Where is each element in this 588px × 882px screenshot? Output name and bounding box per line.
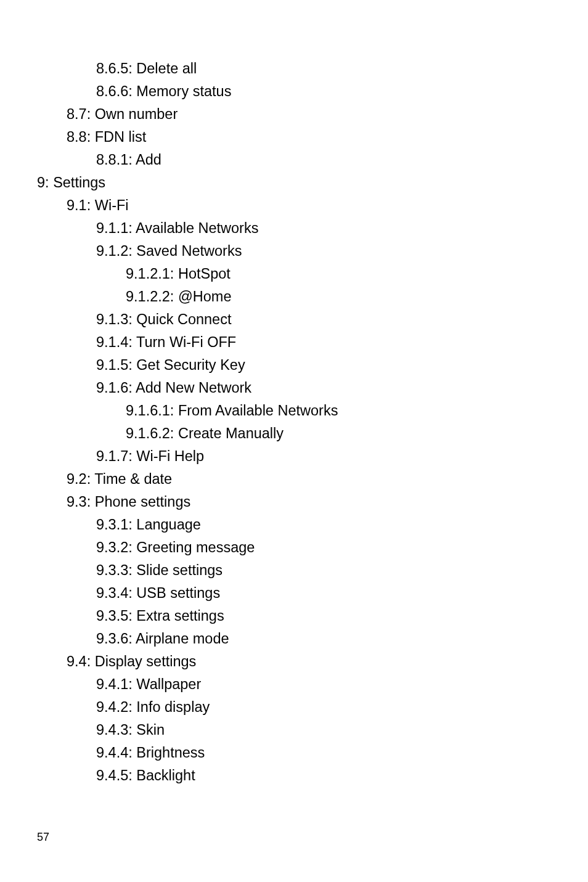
menu-item: 8.8: FDN list — [67, 130, 588, 145]
menu-item: 9.3.5: Extra settings — [96, 609, 588, 624]
menu-item: 9.1.6: Add New Network — [96, 381, 588, 396]
menu-item: 9.1.2.1: HotSpot — [126, 267, 588, 282]
menu-item: 9.3.3: Slide settings — [96, 563, 588, 578]
menu-item: 9.1.1: Available Networks — [96, 221, 588, 236]
menu-item: 9.1.3: Quick Connect — [96, 312, 588, 327]
menu-item: 9.1.5: Get Security Key — [96, 358, 588, 373]
menu-item: 9.3.1: Language — [96, 518, 588, 533]
menu-item: 8.8.1: Add — [96, 153, 588, 168]
menu-item: 9.1.7: Wi-Fi Help — [96, 449, 588, 464]
menu-item: 9.1: Wi-Fi — [67, 198, 588, 213]
menu-item: 9.1.6.1: From Available Networks — [126, 404, 588, 419]
menu-item: 9.1.4: Turn Wi-Fi OFF — [96, 335, 588, 350]
menu-item: 9.4.4: Brightness — [96, 746, 588, 761]
menu-item: 9.1.6.2: Create Manually — [126, 427, 588, 441]
menu-item: 9.3.4: USB settings — [96, 586, 588, 601]
menu-item: 9.3.2: Greeting message — [96, 541, 588, 555]
menu-item: 9.4.3: Skin — [96, 723, 588, 738]
menu-item: 8.7: Own number — [67, 107, 588, 122]
menu-item: 8.6.5: Delete all — [96, 62, 588, 76]
page-number: 57 — [37, 831, 49, 844]
menu-item: 9: Settings — [37, 176, 588, 190]
menu-item: 9.4.2: Info display — [96, 700, 588, 715]
menu-item: 8.6.6: Memory status — [96, 84, 588, 99]
menu-item: 9.4.1: Wallpaper — [96, 677, 588, 692]
menu-item: 9.2: Time & date — [67, 472, 588, 487]
menu-item: 9.4: Display settings — [67, 655, 588, 669]
menu-item: 9.3.6: Airplane mode — [96, 632, 588, 647]
menu-item: 9.1.2: Saved Networks — [96, 244, 588, 259]
menu-item: 9.1.2.2: @Home — [126, 290, 588, 304]
menu-item: 9.4.5: Backlight — [96, 769, 588, 783]
menu-item: 9.3: Phone settings — [67, 495, 588, 510]
menu-list: 8.6.5: Delete all8.6.6: Memory status8.7… — [37, 62, 588, 783]
